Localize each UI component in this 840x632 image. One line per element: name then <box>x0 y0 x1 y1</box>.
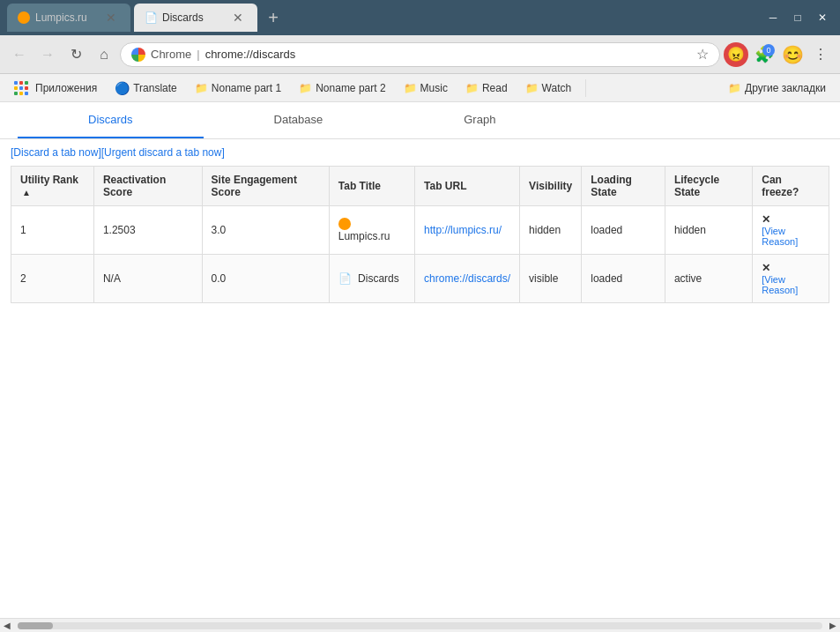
col-loading-state: Loading State <box>582 167 665 206</box>
scrollbar-thumb[interactable] <box>18 622 53 629</box>
home-button[interactable]: ⌂ <box>92 42 116 67</box>
maximize-button[interactable]: □ <box>787 7 808 28</box>
bookmark-music-label: Music <box>420 82 448 94</box>
horizontal-scrollbar[interactable]: ◀ ▶ <box>0 618 840 632</box>
navbar: ← → ↻ ⌂ Chrome | chrome://discards ☆ 😠 🧩… <box>0 35 840 74</box>
tab-lumpics[interactable]: Lumpics.ru ✕ <box>7 4 130 32</box>
col-site-engagement: Site Engagement Score <box>202 167 329 206</box>
sort-asc-icon: ▲ <box>22 188 31 197</box>
tab-discards-label: Discards <box>162 11 204 24</box>
back-button[interactable]: ← <box>7 42 32 67</box>
address-bar[interactable]: Chrome | chrome://discards ☆ <box>120 42 720 67</box>
row1-visibility: hidden <box>520 206 582 255</box>
tab-lumpics-close[interactable]: ✕ <box>102 9 120 26</box>
bookmark-noname2[interactable]: 📁 Noname part 2 <box>292 79 392 97</box>
bookmark-noname2-label: Noname part 2 <box>316 82 385 94</box>
bookmark-noname1[interactable]: 📁 Noname part 1 <box>188 79 288 97</box>
row1-view-reason[interactable]: [View Reason] <box>762 226 820 247</box>
row2-tab-url[interactable]: chrome://discards/ <box>415 255 520 303</box>
menu-dots-icon: ⋮ <box>814 46 829 63</box>
col-tab-url: Tab URL <box>415 167 520 206</box>
bookmarks-bar: Приложения 🔵 Translate 📁 Noname part 1 📁… <box>0 74 840 102</box>
row2-tab-title: 📄 Discards <box>329 255 414 303</box>
tab-graph-page[interactable]: Graph <box>393 102 566 138</box>
row1-lifecycle-state: hidden <box>665 206 752 255</box>
col-tab-title: Tab Title <box>329 167 414 206</box>
action-links-bar: [Discard a tab now][Urgent discard a tab… <box>0 139 840 166</box>
row1-tab-url[interactable]: http://lumpics.ru/ <box>415 206 520 255</box>
bookmarks-right: 📁 Другие закладки <box>721 79 833 97</box>
bookmark-noname1-label: Noname part 1 <box>212 82 281 94</box>
avatar-button[interactable]: 😊 <box>780 42 805 67</box>
discards-table-container: Utility Rank ▲ Reactivation Score Site E… <box>0 166 840 618</box>
row2-loading-state: loaded <box>582 255 665 303</box>
urgent-discard-link[interactable]: [Urgent discard a tab now] <box>101 146 225 159</box>
bookmark-translate[interactable]: 🔵 Translate <box>108 78 184 98</box>
folder-icon-3: 📁 <box>404 82 417 94</box>
extensions-button[interactable]: 🧩 0 <box>752 42 777 67</box>
bookmark-apps[interactable]: Приложения <box>7 78 104 98</box>
row1-url-link[interactable]: http://lumpics.ru/ <box>424 224 502 236</box>
bookmarks-divider <box>585 79 586 97</box>
bookmark-music[interactable]: 📁 Music <box>397 79 455 97</box>
bookmark-translate-label: Translate <box>133 82 177 94</box>
bookmark-star[interactable]: ☆ <box>696 46 709 63</box>
refresh-button[interactable]: ↻ <box>63 42 88 67</box>
bookmark-read[interactable]: 📁 Read <box>458 79 515 97</box>
discard-tab-link[interactable]: [Discard a tab now] <box>11 146 101 159</box>
row2-favicon: 📄 <box>338 272 352 285</box>
window-controls: ─ □ ✕ <box>762 7 833 28</box>
tab-database-page[interactable]: Database <box>204 102 394 138</box>
row1-reactivation-score: 1.2503 <box>93 206 202 255</box>
folder-icon-1: 📁 <box>195 82 208 94</box>
close-button[interactable]: ✕ <box>812 7 833 28</box>
scrollbar-track[interactable] <box>18 622 822 629</box>
page-tabs: Discards Database Graph <box>0 102 840 139</box>
forward-button[interactable]: → <box>35 42 60 67</box>
table-row: 1 1.2503 3.0 Lumpics.ru http://lumpics.r… <box>11 206 829 255</box>
minimize-button[interactable]: ─ <box>762 7 784 28</box>
scroll-right-button[interactable]: ▶ <box>826 619 840 633</box>
row2-can-freeze: ✕ [View Reason] <box>753 255 829 303</box>
tab-discards-page[interactable]: Discards <box>18 102 204 138</box>
row2-site-engagement: 0.0 <box>202 255 329 303</box>
row2-freeze-x: ✕ <box>762 262 820 274</box>
page-content: Discards Database Graph [Discard a tab n… <box>0 102 840 618</box>
profile-button[interactable]: 😠 <box>724 42 748 67</box>
table-header-row: Utility Rank ▲ Reactivation Score Site E… <box>11 167 829 206</box>
tab-discards[interactable]: 📄 Discards ✕ <box>134 4 257 32</box>
row2-utility-rank: 2 <box>11 255 94 303</box>
col-lifecycle-state: Lifecycle State <box>665 167 752 206</box>
row2-view-reason[interactable]: [View Reason] <box>762 274 820 295</box>
col-visibility: Visibility <box>520 167 582 206</box>
bookmark-watch[interactable]: 📁 Watch <box>518 79 579 97</box>
extension-badge: 0 <box>762 44 775 56</box>
translate-icon: 🔵 <box>115 81 130 95</box>
row1-utility-rank: 1 <box>11 206 94 255</box>
row1-favicon <box>338 218 351 230</box>
folder-icon-5: 📁 <box>525 82 539 94</box>
col-reactivation-score: Reactivation Score <box>93 167 202 206</box>
row2-reactivation-score: N/A <box>93 255 202 303</box>
discards-favicon: 📄 <box>145 11 157 24</box>
apps-grid-icon <box>14 81 28 95</box>
browser-icon <box>131 48 145 62</box>
row2-lifecycle-state: active <box>665 255 752 303</box>
new-tab-button[interactable]: + <box>261 5 286 30</box>
url-text: chrome://discards <box>205 48 296 61</box>
profile-icon: 😠 <box>727 46 745 63</box>
row2-visibility: visible <box>520 255 582 303</box>
titlebar: Lumpics.ru ✕ 📄 Discards ✕ + ─ □ ✕ <box>0 0 840 35</box>
row1-site-engagement: 3.0 <box>202 206 329 255</box>
tab-lumpics-label: Lumpics.ru <box>35 11 87 24</box>
tab-discards-close[interactable]: ✕ <box>229 9 247 26</box>
row1-tab-title: Lumpics.ru <box>329 206 414 255</box>
folder-icon-2: 📁 <box>299 82 312 94</box>
scroll-left-button[interactable]: ◀ <box>0 619 14 633</box>
chrome-menu-button[interactable]: ⋮ <box>808 42 833 67</box>
row2-url-link[interactable]: chrome://discards/ <box>424 272 510 285</box>
lumpics-favicon <box>18 11 30 24</box>
row1-loading-state: loaded <box>582 206 665 255</box>
bookmark-other[interactable]: 📁 Другие закладки <box>721 79 833 97</box>
browser-window: Lumpics.ru ✕ 📄 Discards ✕ + ─ □ ✕ ← → ↻ … <box>0 0 840 632</box>
